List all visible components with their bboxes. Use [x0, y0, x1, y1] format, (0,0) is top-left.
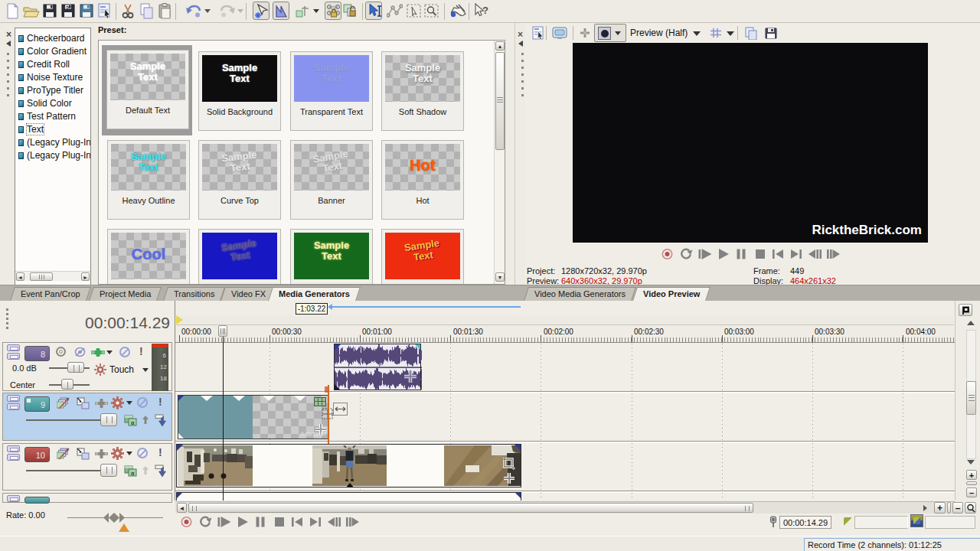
- svg-text:?: ?: [66, 5, 70, 11]
- svg-text:α: α: [131, 420, 135, 425]
- svg-text:?: ?: [482, 5, 488, 16]
- svg-text:α: α: [131, 471, 135, 476]
